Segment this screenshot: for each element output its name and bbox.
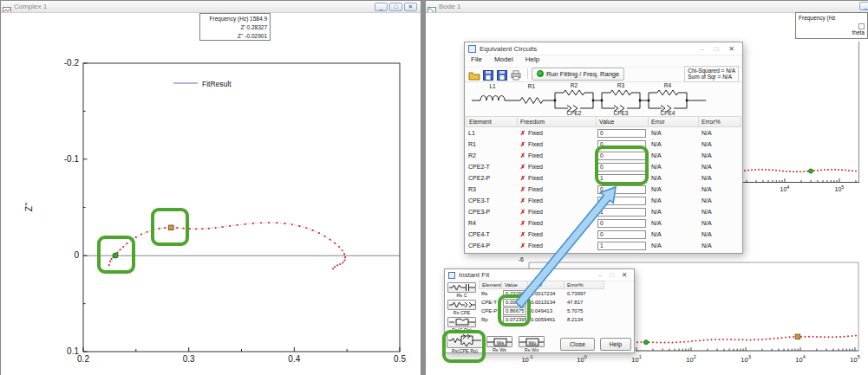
freedom-toggle[interactable]: ✗Fixed — [518, 242, 597, 249]
save-as-icon[interactable] — [496, 68, 508, 79]
table-row: CPE3-P✗Fixed1N/AN/A — [466, 206, 741, 217]
element-name-cell: CPE3-P — [466, 209, 518, 215]
complex-titlebar[interactable]: Complex 1 _ □ ✕ — [1, 1, 421, 13]
table-row: CPE4-P✗Fixed1N/AN/A — [466, 240, 741, 251]
table-row: CPE3-T✗Fixed0N/AN/A — [466, 195, 741, 206]
error-percent-cell: N/A — [699, 220, 741, 226]
freedom-toggle[interactable]: ✗Fixed — [518, 130, 597, 137]
nyquist-plot[interactable]: 0.2 0.3 0.4 0.5 -0.2 -0.1 0 0.1 Z'' FitR… — [1, 12, 421, 374]
minimize-button[interactable]: – — [695, 43, 709, 55]
error-cell: 0.0013134 — [528, 300, 565, 305]
value-input[interactable]: 0.0027467 — [503, 299, 526, 307]
freedom-toggle[interactable]: ✗Fixed — [518, 220, 597, 227]
model-button-rs-cpe-rp[interactable] — [447, 333, 483, 348]
error-cell: 0.0059461 — [528, 317, 565, 322]
element-name-cell: CPE4-T — [466, 231, 518, 237]
column-header[interactable]: Element — [466, 116, 518, 127]
bode-y-tick-label: -6 — [505, 256, 524, 262]
maximize-button[interactable]: □ — [606, 270, 618, 281]
value-input[interactable]: 1 — [597, 174, 646, 183]
column-header[interactable]: Freedom — [518, 116, 597, 127]
minimize-button[interactable]: – — [594, 270, 606, 281]
instant-dialog-title: Instant Fit — [459, 271, 489, 279]
close-dialog-button[interactable]: Close — [560, 338, 595, 351]
close-button[interactable]: ✕ — [404, 3, 417, 11]
circuit-element-label[interactable]: R1 — [528, 83, 536, 89]
value-input[interactable]: 1 — [597, 208, 646, 217]
column-header[interactable]: Error — [528, 281, 565, 289]
freedom-toggle[interactable]: ✗Fixed — [518, 231, 597, 238]
y-axis-labels: -0.2 -0.1 0 0.1 — [64, 58, 80, 356]
value-input[interactable]: 0 — [597, 152, 646, 160]
error-cell: N/A — [649, 186, 699, 192]
bode-titlebar[interactable]: Bode 1 _ — [426, 1, 868, 13]
value-cell: 0 — [597, 230, 649, 239]
value-input[interactable]: 0 — [597, 219, 646, 228]
maximize-button[interactable]: □ — [389, 3, 402, 11]
freedom-toggle[interactable]: ✗Fixed — [518, 175, 597, 182]
circuit-element-label[interactable]: L1 — [489, 83, 496, 89]
freedom-toggle[interactable]: ✗Fixed — [518, 197, 597, 204]
nyquist-plot-frame[interactable] — [83, 63, 400, 352]
column-header[interactable]: Error — [649, 116, 699, 127]
value-input[interactable]: 0 — [597, 163, 646, 171]
model-button-rs-cpe[interactable] — [447, 300, 476, 310]
value-input[interactable]: 0 — [597, 129, 646, 138]
circuit-element-label[interactable]: R3 — [617, 82, 625, 88]
circuit-element-label[interactable]: CPE2 — [567, 110, 582, 116]
value-cell: 0 — [597, 163, 649, 171]
freedom-toggle[interactable]: ✗Fixed — [518, 186, 597, 193]
x-tick-label: 0.4 — [288, 354, 300, 364]
print-icon[interactable] — [510, 68, 522, 79]
column-header[interactable]: Value — [502, 281, 528, 289]
y-tick-label: 0 — [74, 250, 79, 260]
value-input[interactable]: 0 — [597, 230, 646, 239]
value-input[interactable]: 0 — [597, 197, 646, 205]
freedom-toggle[interactable]: ✗Fixed — [518, 209, 597, 216]
error-cell: N/A — [649, 152, 699, 158]
model-button-rs-ws[interactable]: Ws — [486, 336, 512, 347]
circuit-element-label[interactable]: R4 — [664, 82, 672, 88]
fixed-x-icon: ✗ — [520, 220, 525, 226]
circuit-element-label[interactable]: CPE3 — [614, 110, 629, 116]
bode-window-icon — [427, 3, 436, 10]
column-header[interactable]: Error% — [565, 281, 604, 289]
freedom-toggle[interactable]: ✗Fixed — [518, 141, 597, 148]
close-button[interactable]: ✕ — [618, 270, 630, 281]
freedom-label: Fixed — [528, 152, 543, 158]
instant-dialog-titlebar[interactable]: Instant Fit – □ ✕ — [445, 269, 634, 281]
column-header[interactable]: Element — [479, 281, 502, 289]
circuit-model-icon: Ws — [487, 338, 512, 346]
value-input[interactable]: 0 — [597, 185, 646, 194]
freedom-toggle[interactable]: ✗Fixed — [518, 152, 597, 159]
close-button[interactable]: ✕ — [724, 43, 739, 55]
open-file-icon[interactable] — [468, 68, 480, 79]
readout-zimag: Z'' -0.02901 — [203, 32, 267, 41]
model-button-rs-c[interactable] — [447, 282, 476, 293]
equiv-dialog-titlebar[interactable]: Equivalent Circuits – □ ✕ — [465, 42, 742, 55]
value-input[interactable]: 0 — [597, 140, 646, 149]
column-header[interactable]: Value — [597, 116, 649, 127]
model-button-rs-c-rp[interactable] — [447, 317, 476, 327]
value-input[interactable]: 0.072395 — [503, 316, 526, 324]
table-row: Rs0.232900.00172340.73997 — [479, 289, 604, 298]
circuit-element-label[interactable]: CPE4 — [661, 110, 675, 116]
minimize-button[interactable]: _ — [375, 3, 388, 11]
fixed-x-icon: ✗ — [520, 130, 525, 136]
value-input[interactable]: 1 — [597, 242, 646, 250]
help-button[interactable]: Help — [600, 338, 631, 351]
maximize-button[interactable]: □ — [709, 43, 724, 55]
chi-squared-value: Chi-Squared = N/A — [688, 68, 735, 74]
column-header[interactable]: Error% — [699, 116, 741, 127]
freedom-toggle[interactable]: ✗Fixed — [518, 164, 597, 171]
model-button-rs-wo[interactable]: Wo — [519, 336, 545, 347]
minimize-button[interactable]: _ — [859, 2, 868, 10]
circuit-element-label[interactable]: R2 — [571, 82, 578, 88]
circuit-diagram[interactable]: L1R1R2CPE2R3CPE3R4CPE4 — [465, 81, 744, 116]
value-input[interactable]: 0.23290 — [503, 290, 526, 298]
value-input[interactable]: 0.86675 — [503, 307, 526, 315]
freedom-label: Fixed — [528, 209, 543, 215]
save-icon[interactable] — [482, 68, 494, 79]
run-fitting-button[interactable]: Run Fitting / Freq. Range — [532, 68, 624, 81]
circuit-model-icon: Wo — [519, 338, 544, 346]
